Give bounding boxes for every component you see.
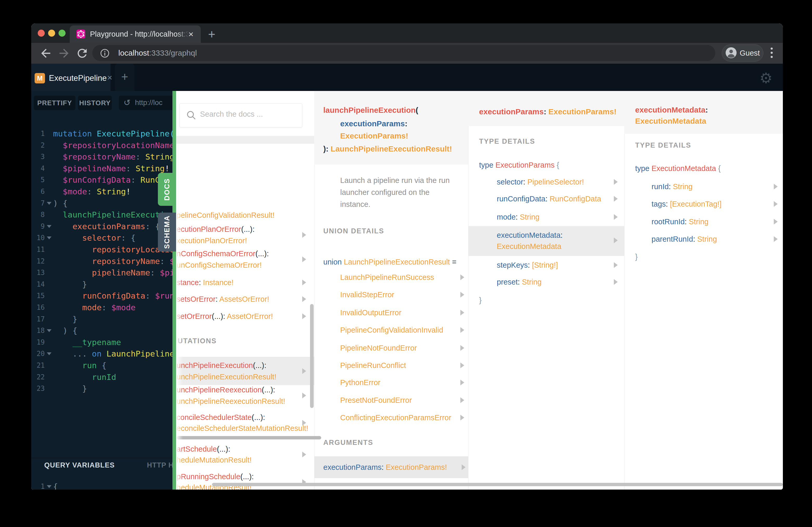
doc-entry[interactable]: stance: Instance! <box>177 277 234 288</box>
doc-entry[interactable]: xecutionPlanOrError! <box>177 235 247 246</box>
site-info-icon[interactable] <box>100 48 110 59</box>
tab-close-icon[interactable]: × <box>188 29 193 39</box>
chevron-right-icon[interactable] <box>462 464 466 470</box>
chevron-right-icon[interactable] <box>614 179 618 185</box>
back-icon[interactable] <box>39 46 53 60</box>
chevron-right-icon[interactable] <box>460 380 464 386</box>
chevron-right-icon[interactable] <box>614 214 618 220</box>
doc-entry[interactable]: heduleMutationResult! <box>177 454 252 465</box>
doc-entry[interactable]: preset: String <box>497 276 542 287</box>
playground-tab-close-icon[interactable]: × <box>107 73 112 82</box>
doc-entry[interactable]: nConfigSchemaOrError(...): <box>177 248 269 259</box>
doc-entry[interactable]: unchPipelineExecutionResult! <box>177 371 276 382</box>
doc-entry[interactable]: ): LaunchPipelineExecutionResult! <box>323 144 452 154</box>
doc-entry[interactable]: ExecutionParams! <box>340 131 408 141</box>
chevron-right-icon[interactable] <box>460 397 464 403</box>
doc-entry[interactable]: unchPipelineReexecution(...): <box>177 384 275 395</box>
doc-entry[interactable]: LaunchPipelineRunSuccess <box>340 272 434 283</box>
doc-entry[interactable]: launcher configured on the <box>340 187 430 198</box>
doc-entry[interactable]: parentRunId: String <box>652 234 717 244</box>
chevron-right-icon[interactable] <box>460 415 464 420</box>
doc-entry[interactable]: ExecutionMetadata <box>497 241 561 252</box>
doc-entry[interactable]: executionParams: <box>340 118 407 129</box>
doc-entry[interactable]: PipelineNotFoundError <box>340 343 417 353</box>
docs-panel-edge[interactable] <box>172 91 176 490</box>
doc-entry[interactable]: union LaunchPipelineExecutionResult = <box>323 256 456 267</box>
doc-entry[interactable]: runConfigData: RunConfigData <box>497 193 601 204</box>
playground-new-tab-button[interactable]: + <box>115 64 134 91</box>
doc-entry[interactable]: instance. <box>340 199 371 210</box>
schema-side-tab[interactable]: SCHEMA <box>158 213 176 252</box>
chevron-right-icon[interactable] <box>460 345 464 351</box>
doc-entry[interactable]: executionMetadata: <box>497 230 563 241</box>
playground-tab[interactable]: M ExecutePipeline × <box>31 64 111 91</box>
doc-entry[interactable]: type ExecutionParams { <box>479 160 559 170</box>
doc-entry[interactable]: } <box>479 295 482 305</box>
chevron-right-icon[interactable] <box>302 452 306 457</box>
chevron-right-icon[interactable] <box>302 313 306 319</box>
settings-gear-icon[interactable]: ⚙ <box>759 70 772 87</box>
docs-search-input[interactable]: Search the docs ... <box>179 103 302 127</box>
doc-entry[interactable]: tags: [ExecutionTag!] <box>652 198 722 209</box>
chevron-right-icon[interactable] <box>774 184 778 190</box>
chevron-right-icon[interactable] <box>460 292 464 298</box>
browser-tab[interactable]: Playground - http://localhost:3 × <box>70 26 201 43</box>
close-window-button[interactable] <box>38 30 45 36</box>
chevron-right-icon[interactable] <box>302 256 306 262</box>
chevron-right-icon[interactable] <box>460 310 464 315</box>
doc-entry[interactable]: ExecutionMetadata <box>635 116 706 126</box>
doc-entry[interactable]: InvalidStepError <box>340 289 394 300</box>
doc-entry[interactable]: PresetNotFoundError <box>340 395 412 406</box>
doc-entry[interactable]: executionParams: ExecutionParams! <box>323 462 447 473</box>
docs-horizontal-scrollbar[interactable] <box>177 436 321 439</box>
chevron-right-icon[interactable] <box>774 236 778 242</box>
chevron-right-icon[interactable] <box>460 362 464 368</box>
query-editor-pane[interactable]: PRETTIFY HISTORY ↺ http://loc 1mutation … <box>31 91 172 490</box>
doc-entry[interactable]: type ExecutionMetadata { <box>635 163 721 174</box>
doc-entry[interactable]: artSchedule(...): <box>177 443 230 454</box>
docs-vertical-scrollbar[interactable] <box>310 304 314 408</box>
doc-entry[interactable]: unConfigSchemaOrError! <box>177 260 262 271</box>
maximize-window-button[interactable] <box>59 30 66 36</box>
doc-entry[interactable]: executionMetadata: <box>635 104 708 115</box>
doc-entry[interactable]: InvalidOutputError <box>340 307 401 318</box>
doc-entry[interactable]: ecutionPlanOrError(...): <box>177 224 255 235</box>
doc-entry[interactable]: runId: String <box>652 181 693 192</box>
doc-entry[interactable]: PipelineRunConflict <box>340 360 406 371</box>
chevron-right-icon[interactable] <box>614 262 618 268</box>
doc-entry[interactable]: concileSchedulerState(...): <box>177 412 265 423</box>
doc-entry[interactable]: ConflictingExecutionParamsError <box>340 412 451 423</box>
doc-entry[interactable]: executionParams: ExecutionParams! <box>479 106 617 117</box>
doc-entry[interactable]: pRunningSchedule(...): <box>177 471 254 482</box>
address-bar[interactable]: localhost:3333/graphql <box>92 45 715 61</box>
reload-icon[interactable] <box>75 46 89 60</box>
docs-side-tab[interactable]: DOCS <box>158 173 176 206</box>
chevron-right-icon[interactable] <box>302 393 306 398</box>
doc-entry[interactable]: PythonError <box>340 377 380 388</box>
chevron-right-icon[interactable] <box>302 368 306 374</box>
query-variables-editor[interactable]: 1{2 "repositoryName": "exper3 "repositor… <box>31 91 172 490</box>
browser-menu-icon[interactable] <box>771 48 773 50</box>
forward-icon[interactable] <box>57 46 71 60</box>
doc-entry[interactable]: launchPipelineExecution( <box>323 105 418 116</box>
chevron-right-icon[interactable] <box>460 274 464 280</box>
doc-entry[interactable]: stepKeys: [String!] <box>497 260 558 271</box>
doc-entry[interactable]: mode: String <box>497 212 539 223</box>
doc-entry[interactable]: setOrError(...): AssetOrError! <box>177 311 273 322</box>
chevron-right-icon[interactable] <box>614 279 618 285</box>
chevron-right-icon[interactable] <box>302 296 306 302</box>
chevron-right-icon[interactable] <box>302 280 306 285</box>
doc-entry[interactable]: setsOrError: AssetsOrError! <box>177 293 269 304</box>
chevron-right-icon[interactable] <box>774 201 778 207</box>
doc-entry[interactable]: } <box>635 251 638 262</box>
chevron-right-icon[interactable] <box>302 420 306 426</box>
doc-entry[interactable]: econcileSchedulerStateMutationResult! <box>177 423 308 434</box>
fold-caret-icon[interactable] <box>47 485 52 488</box>
doc-entry[interactable]: unchPipelineReexecutionResult! <box>177 396 285 407</box>
chevron-right-icon[interactable] <box>460 327 464 333</box>
doc-entry[interactable]: selector: PipelineSelector! <box>497 177 584 187</box>
overlay-horizontal-scrollbar[interactable] <box>212 483 783 486</box>
minimize-window-button[interactable] <box>48 30 55 36</box>
chevron-right-icon[interactable] <box>302 232 306 238</box>
doc-entry[interactable]: unchPipelineExecution(...): <box>177 360 266 371</box>
